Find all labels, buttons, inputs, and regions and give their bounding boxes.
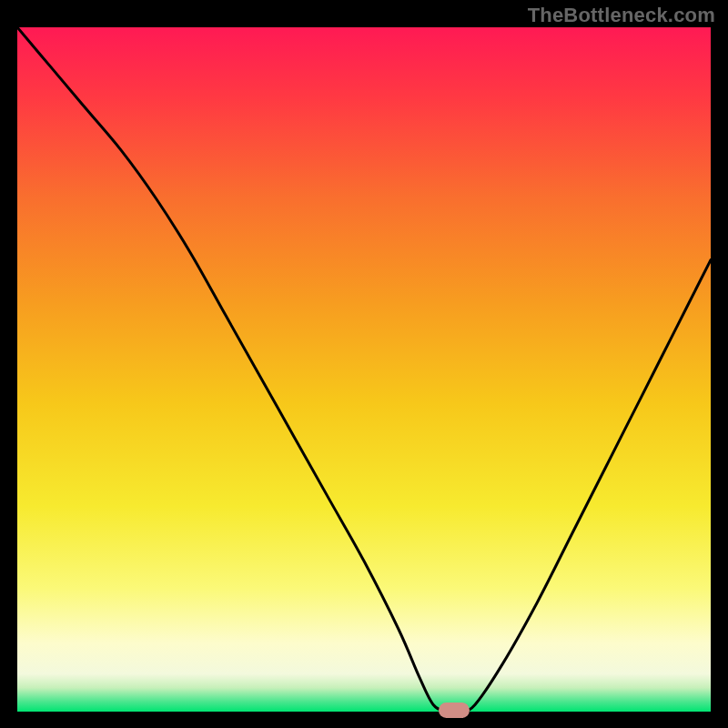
gradient-background (17, 27, 711, 712)
watermark-text: TheBottleneck.com (528, 4, 715, 27)
chart-svg (17, 27, 711, 712)
plot-area (17, 27, 711, 712)
chart-frame: TheBottleneck.com (0, 0, 728, 728)
optimal-marker (439, 703, 470, 718)
